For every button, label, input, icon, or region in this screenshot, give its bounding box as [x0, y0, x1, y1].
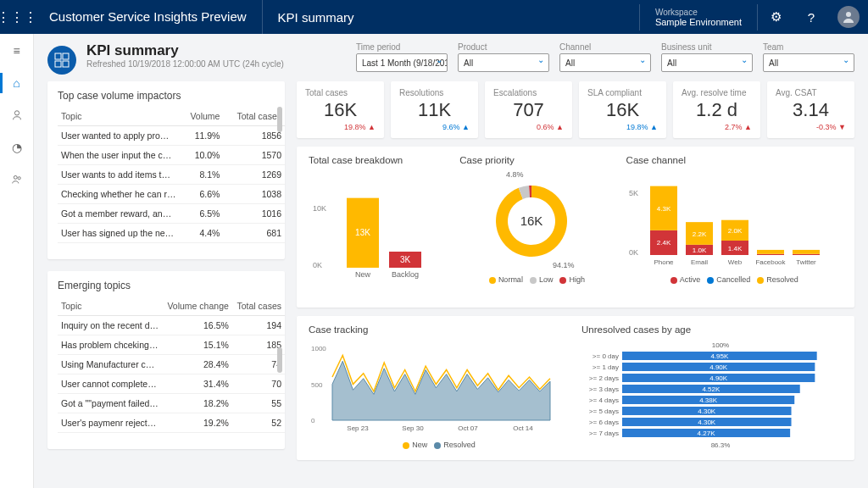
- page-crumb[interactable]: KPI summary: [263, 10, 370, 25]
- kpi-resolutions[interactable]: Resolutions11K9.6% ▲: [391, 81, 478, 138]
- breakdown-chart[interactable]: 10K0K13KNew3KBacklog: [309, 170, 436, 280]
- channel-chart[interactable]: 5K0K2.4K4.3KPhone1.0K2.2KEmail1.4K2.0KWe…: [626, 170, 830, 272]
- svg-point-3: [18, 177, 20, 180]
- dashboard-icon[interactable]: ◔: [7, 137, 27, 158]
- table-row[interactable]: User's paymenr rejected d…19.2%52: [58, 413, 285, 433]
- svg-text:10K: 10K: [313, 204, 326, 213]
- chart-row-2: Case tracking 05001000Sep 23Sep 30Oct 07…: [297, 316, 854, 460]
- svg-rect-4: [55, 53, 61, 59]
- svg-text:>= 0 day: >= 0 day: [593, 352, 619, 360]
- kpi-icon: [47, 46, 76, 75]
- svg-rect-7: [63, 61, 69, 67]
- waffle-icon[interactable]: ⋮⋮⋮: [0, 0, 34, 34]
- tracking-chart[interactable]: 05001000Sep 23Sep 30Oct 07Oct 14: [309, 340, 554, 437]
- person-icon[interactable]: [7, 105, 27, 125]
- svg-text:86.3%: 86.3%: [711, 441, 731, 449]
- channel-legend: Active Cancelled Resolved: [626, 275, 843, 284]
- svg-point-2: [14, 175, 17, 179]
- svg-rect-5: [63, 53, 69, 59]
- table-row[interactable]: Has problem chceking exp…15.1%185: [58, 336, 285, 355]
- svg-text:4.30K: 4.30K: [698, 408, 716, 415]
- scrollbar[interactable]: [277, 107, 282, 132]
- bu-filter[interactable]: All: [661, 53, 753, 72]
- svg-text:16K: 16K: [520, 214, 543, 228]
- svg-text:New: New: [355, 270, 371, 279]
- svg-text:Sep 30: Sep 30: [402, 424, 424, 432]
- table-row[interactable]: User wanted to apply pro…11.9%1856: [58, 126, 285, 146]
- kpi-csat[interactable]: Avg. CSAT3.14-0.3% ▼: [767, 81, 854, 138]
- help-icon[interactable]: ?: [793, 0, 829, 34]
- main-content: KPI summary Refreshed 10/19/2018 12:00:0…: [34, 34, 868, 488]
- team-filter[interactable]: All: [763, 53, 854, 72]
- svg-text:500: 500: [311, 381, 323, 389]
- svg-text:>= 7 days: >= 7 days: [589, 430, 619, 437]
- svg-text:13K: 13K: [355, 228, 370, 237]
- svg-text:4.90K: 4.90K: [709, 374, 728, 382]
- chart-row-1: Total case breakdown 10K0K13KNew3KBacklo…: [297, 147, 854, 308]
- svg-text:4.52K: 4.52K: [702, 385, 721, 393]
- table-row[interactable]: Inquiry on the recent deal…16.5%194: [58, 316, 285, 336]
- workspace-name: Sample Environment: [655, 17, 742, 27]
- table-row[interactable]: User cannot complete a p…31.4%70: [58, 374, 285, 394]
- time-filter[interactable]: Last 1 Month (9/18/2018-1…: [356, 53, 448, 72]
- home-icon[interactable]: ⌂: [7, 73, 27, 93]
- emerging-title: Emerging topics: [58, 280, 285, 291]
- impactors-table: TopicVolumeTotal cases User wanted to ap…: [58, 107, 285, 243]
- kpi-escalations[interactable]: Escalations7070.6% ▲: [485, 81, 572, 138]
- svg-text:Facebook: Facebook: [755, 258, 786, 266]
- app-title: Customer Service Insights Preview: [34, 0, 263, 34]
- svg-text:4.95K: 4.95K: [710, 352, 729, 360]
- product-filter[interactable]: All: [458, 53, 549, 72]
- svg-text:4.90K: 4.90K: [709, 363, 728, 371]
- svg-text:4.38K: 4.38K: [699, 396, 718, 404]
- priority-chart[interactable]: 16K4.8%94.1%: [459, 170, 604, 272]
- table-row[interactable]: User wants to add items t…8.1%1269: [58, 165, 285, 185]
- table-row[interactable]: When the user input the c…10.0%1570: [58, 146, 285, 165]
- svg-text:1.0K: 1.0K: [692, 247, 706, 254]
- svg-rect-6: [55, 61, 61, 67]
- people-icon[interactable]: [7, 169, 27, 190]
- breakdown-title: Total case breakdown: [309, 155, 448, 165]
- unresolved-title: Unresolved cases by age: [581, 324, 843, 335]
- kpi-resolve-time[interactable]: Avg. resolve time1.2 d2.7% ▲: [673, 81, 760, 138]
- svg-text:>= 6 days: >= 6 days: [589, 419, 619, 426]
- table-row[interactable]: Checking whether he can r…6.6%1038: [58, 185, 285, 204]
- priority-title: Case priority: [459, 155, 614, 165]
- svg-text:1.4K: 1.4K: [727, 245, 742, 252]
- avatar[interactable]: [837, 6, 860, 28]
- svg-text:4.3K: 4.3K: [656, 205, 670, 213]
- impactors-card: Top case volume impactors TopicVolumeTot…: [47, 81, 285, 259]
- table-row[interactable]: User has signed up the ne…4.4%681: [58, 224, 285, 243]
- kpi-total-cases[interactable]: Total cases16K19.8% ▲: [297, 81, 384, 138]
- channel-title: Case channel: [626, 155, 843, 165]
- svg-text:100%: 100%: [712, 341, 729, 349]
- channel-filter[interactable]: All: [559, 53, 651, 72]
- svg-rect-40: [793, 250, 820, 254]
- svg-rect-37: [757, 250, 784, 254]
- settings-icon[interactable]: ⚙: [758, 0, 793, 34]
- priority-legend: Normal Low High: [459, 275, 614, 284]
- svg-text:Backlog: Backlog: [392, 270, 419, 279]
- svg-text:0K: 0K: [313, 261, 322, 269]
- unresolved-chart[interactable]: 100%>= 0 day4.95K>= 1 day4.90K>= 2 days4…: [581, 340, 827, 450]
- svg-text:Phone: Phone: [654, 258, 674, 266]
- svg-text:94.1%: 94.1%: [553, 261, 575, 269]
- svg-text:>= 1 day: >= 1 day: [593, 363, 619, 371]
- svg-text:>= 2 days: >= 2 days: [589, 374, 619, 382]
- svg-text:Oct 07: Oct 07: [458, 424, 478, 432]
- svg-text:>= 5 days: >= 5 days: [589, 408, 619, 415]
- svg-text:0K: 0K: [629, 248, 638, 257]
- svg-text:2.0K: 2.0K: [727, 227, 742, 235]
- scrollbar[interactable]: [277, 347, 282, 373]
- table-row[interactable]: Using Manufacturer coup…28.4%74: [58, 355, 285, 374]
- table-row[interactable]: Got a ""payment failed"" …18.2%55: [58, 394, 285, 413]
- menu-icon[interactable]: ≡: [7, 41, 27, 61]
- svg-point-1: [14, 111, 19, 115]
- filter-bar: Time periodLast 1 Month (9/18/2018-1… Pr…: [356, 42, 854, 72]
- kpi-sla[interactable]: SLA compliant16K19.8% ▲: [579, 81, 666, 138]
- svg-text:2.2K: 2.2K: [692, 230, 706, 238]
- workspace-picker[interactable]: Workspace Sample Environment: [639, 4, 758, 30]
- svg-text:0: 0: [311, 417, 315, 424]
- svg-text:5K: 5K: [629, 189, 638, 197]
- table-row[interactable]: Got a member reward, an…6.5%1016: [58, 204, 285, 224]
